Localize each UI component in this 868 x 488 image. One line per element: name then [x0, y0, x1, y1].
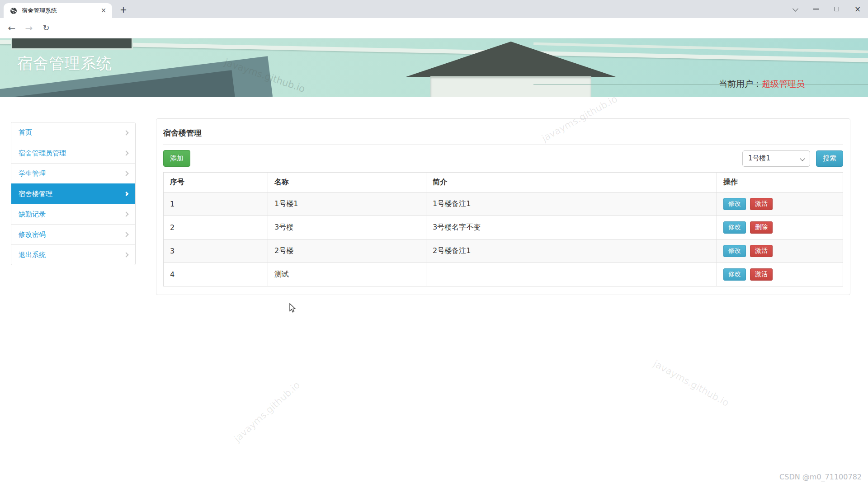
dorm-building-panel: 宿舍楼管理 添加 1号楼1 搜索 序号名称简介操作 11号楼11号楼备注1修改激…: [156, 118, 850, 295]
cell-desc: 2号楼备注1: [426, 239, 717, 263]
cell-actions: 修改激活: [717, 263, 843, 286]
cell-desc: 1号楼备注1: [426, 192, 717, 216]
table-row: 11号楼11号楼备注1修改激活: [164, 192, 843, 216]
watermark: javayms.github.io: [651, 358, 731, 409]
sidebar-item-logout[interactable]: 退出系统: [11, 244, 135, 265]
row-action-button[interactable]: 激活: [750, 268, 773, 281]
cell-desc: 3号楼名字不变: [426, 216, 717, 239]
sidebar-item-label: 学生管理: [19, 169, 46, 178]
banner-pediment-decoration: [430, 76, 591, 97]
building-filter-value: 1号楼1: [748, 154, 770, 163]
chevron-right-icon: [123, 130, 128, 135]
cell-actions: 修改删除: [717, 216, 843, 239]
cell-no: 4: [164, 263, 268, 286]
cell-actions: 修改激活: [717, 192, 843, 216]
sidebar-item-label: 修改密码: [19, 230, 46, 239]
sidebar-item-label: 退出系统: [19, 251, 46, 259]
sidebar-item-label: 缺勤记录: [19, 210, 46, 218]
current-user-label: 当前用户：: [719, 79, 762, 89]
browser-toolbar: ← → ↻ i http://localhost:8080/dormBuild.…: [0, 18, 868, 38]
cell-name: 3号楼: [268, 216, 426, 239]
table-row: 32号楼2号楼备注1修改激活: [164, 239, 843, 263]
chevron-right-icon: [123, 252, 128, 257]
edit-button[interactable]: 修改: [723, 198, 746, 210]
watermark: javayms.github.io: [232, 380, 302, 444]
sidebar-item-label: 宿舍楼管理: [19, 190, 52, 198]
cell-no: 2: [164, 216, 268, 239]
column-header: 名称: [268, 173, 426, 192]
browser-tab-bar: 宿舍管理系统 × + ×: [0, 0, 868, 18]
cell-name: 测试: [268, 263, 426, 286]
back-button[interactable]: ←: [5, 22, 18, 34]
sidebar-menu-container: 首页宿舍管理员管理学生管理宿舍楼管理缺勤记录修改密码退出系统: [11, 122, 136, 265]
sidebar-item-label: 首页: [19, 128, 32, 136]
row-action-button[interactable]: 激活: [750, 198, 773, 210]
active-tab[interactable]: 宿舍管理系统 ×: [4, 3, 112, 18]
reload-button[interactable]: ↻: [40, 22, 52, 34]
tab-close-icon[interactable]: ×: [99, 7, 108, 15]
page-title: 宿舍楼管理: [163, 126, 843, 138]
cell-desc: [426, 263, 717, 286]
column-header: 序号: [164, 173, 268, 192]
chevron-right-icon: [124, 192, 129, 196]
heading-divider: [163, 144, 843, 145]
sidebar-item-absence-records[interactable]: 缺勤记录: [11, 204, 135, 224]
chevron-right-icon: [123, 211, 128, 216]
chevron-down-icon: [800, 156, 805, 161]
page-header-banner: javayms.github.io 宿舍管理系统 当前用户：超级管理员: [0, 38, 868, 97]
current-user: 当前用户：超级管理员: [719, 78, 805, 90]
forward-button: →: [23, 22, 35, 34]
banner-window-decoration: [11, 38, 133, 50]
browser-window: 宿舍管理系统 × + × ← → ↻ i http://localhost:80…: [0, 0, 868, 488]
close-window-button[interactable]: ×: [847, 0, 868, 18]
window-controls: ×: [785, 0, 868, 18]
sidebar-item-home[interactable]: 首页: [11, 122, 135, 143]
edit-button[interactable]: 修改: [723, 245, 746, 257]
csdn-credit: CSDN @m0_71100782: [779, 473, 862, 481]
column-header: 操作: [717, 173, 843, 192]
chevron-right-icon: [123, 171, 128, 176]
minimize-button[interactable]: [806, 0, 826, 18]
cell-no: 3: [164, 239, 268, 263]
table-row: 4测试修改激活: [164, 263, 843, 286]
cell-name: 2号楼: [268, 239, 426, 263]
sidebar-item-dorm-building-management[interactable]: 宿舍楼管理: [11, 183, 135, 204]
mouse-cursor: [289, 303, 297, 313]
table-body: 11号楼11号楼备注1修改激活23号楼3号楼名字不变修改删除32号楼2号楼备注1…: [164, 192, 843, 286]
tab-title: 宿舍管理系统: [22, 7, 99, 15]
banner-roof-decoration: [406, 42, 616, 77]
chevron-right-icon: [123, 232, 128, 237]
building-filter-select[interactable]: 1号楼1: [742, 150, 810, 167]
search-group: 1号楼1 搜索: [742, 150, 843, 167]
restore-button[interactable]: [826, 0, 847, 18]
sidebar-item-change-password[interactable]: 修改密码: [11, 224, 135, 244]
edit-button[interactable]: 修改: [723, 268, 746, 281]
new-tab-button[interactable]: +: [118, 4, 129, 16]
column-header: 简介: [426, 173, 717, 192]
chevron-right-icon: [123, 150, 128, 155]
cell-name: 1号楼1: [268, 192, 426, 216]
table-header: 序号名称简介操作: [164, 173, 843, 192]
sidebar-item-label: 宿舍管理员管理: [19, 149, 66, 157]
cell-actions: 修改激活: [717, 239, 843, 263]
dorm-building-table: 序号名称简介操作 11号楼11号楼备注1修改激活23号楼3号楼名字不变修改删除3…: [163, 172, 843, 286]
cell-no: 1: [164, 192, 268, 216]
globe-favicon-icon: [10, 7, 17, 14]
search-button[interactable]: 搜索: [816, 150, 843, 167]
table-row: 23号楼3号楼名字不变修改删除: [164, 216, 843, 239]
add-button[interactable]: 添加: [163, 150, 190, 167]
row-action-button[interactable]: 删除: [750, 221, 773, 234]
edit-button[interactable]: 修改: [723, 221, 746, 234]
current-user-name: 超级管理员: [762, 79, 805, 89]
tab-search-chevron-icon[interactable]: [785, 0, 806, 18]
sidebar-item-student-management[interactable]: 学生管理: [11, 163, 135, 183]
row-action-button[interactable]: 激活: [750, 245, 773, 257]
table-header-row: 序号名称简介操作: [164, 173, 843, 192]
sidebar-menu: 首页宿舍管理员管理学生管理宿舍楼管理缺勤记录修改密码退出系统: [11, 122, 135, 265]
table-controls: 添加 1号楼1 搜索: [163, 150, 843, 167]
sidebar-item-dorm-admin-management[interactable]: 宿舍管理员管理: [11, 143, 135, 163]
site-title: 宿舍管理系统: [17, 53, 112, 74]
banner-line-decoration: [533, 84, 868, 85]
